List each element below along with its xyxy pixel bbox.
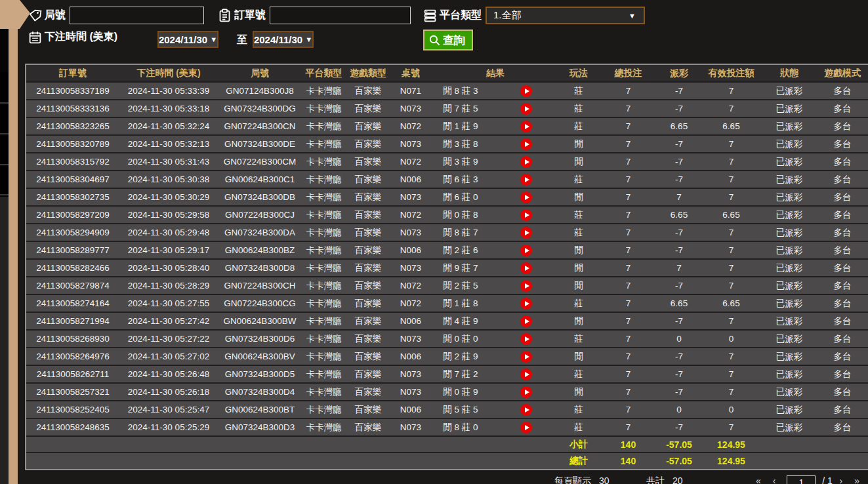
time-cell: 2024-11-30 05:33:18: [119, 100, 218, 117]
game-cell: GN07224B300CN: [218, 117, 302, 135]
payout-cell: 0: [659, 330, 699, 348]
replay-play-icon[interactable]: [520, 369, 532, 380]
replay-play-icon[interactable]: [520, 227, 532, 239]
table-cell: N073: [390, 224, 431, 241]
valid-cell: 7: [699, 188, 763, 206]
replay-play-icon[interactable]: [520, 138, 532, 150]
game_type-cell: 百家樂: [346, 82, 390, 100]
mode-cell: 多台: [816, 418, 868, 436]
replay-play-icon[interactable]: [520, 262, 532, 274]
order-no-input[interactable]: [270, 7, 411, 24]
bet-cell: 7: [598, 135, 659, 153]
platform-select[interactable]: 1.全部 ▼: [486, 7, 645, 24]
result-text: 閒 7 莊 5: [431, 103, 490, 115]
subtotal-payout: -57.05: [659, 436, 699, 453]
replay-play-icon[interactable]: [520, 315, 532, 327]
search-button[interactable]: 查詢: [423, 30, 473, 50]
replay-play-icon[interactable]: [520, 121, 532, 132]
column-header: 桌號: [390, 65, 431, 82]
game-cell: GN07224B300CJ: [218, 206, 302, 224]
play-cell: 莊: [560, 100, 598, 117]
valid-cell: 7: [699, 383, 763, 401]
replay-play-icon[interactable]: [520, 404, 532, 416]
result-text: 閒 1 莊 8: [431, 298, 490, 310]
date-from-select[interactable]: 2024/11/30 ▼: [157, 31, 218, 48]
time-cell: 2024-11-30 05:25:29: [119, 418, 218, 436]
replay-play-icon[interactable]: [520, 333, 532, 345]
order-cell: 241130058257321: [26, 383, 119, 401]
valid-cell: 7: [699, 135, 763, 153]
game_type-cell: 百家樂: [346, 277, 390, 294]
replay-play-icon[interactable]: [520, 280, 532, 292]
bet-cell: 7: [598, 224, 659, 241]
payout-cell: -7: [659, 348, 699, 365]
total-count-label: 共計: [646, 475, 665, 484]
game-no-filter: 局號: [28, 7, 204, 24]
game_type-cell: 百家樂: [346, 135, 390, 153]
rail-tile: [0, 136, 9, 165]
result-cell: 閒 1 莊 9: [431, 117, 560, 135]
payout-cell: -7: [659, 82, 699, 100]
result-cell: 閒 4 莊 9: [431, 312, 560, 330]
replay-play-icon[interactable]: [520, 245, 532, 256]
replay-play-icon[interactable]: [520, 192, 532, 203]
result-cell: 閒 7 莊 2: [431, 365, 560, 383]
replay-play-icon[interactable]: [520, 85, 532, 97]
result-cell: 閒 9 莊 7: [431, 259, 560, 277]
valid-cell: 7: [699, 365, 763, 383]
prev-page-button[interactable]: ‹: [773, 475, 776, 484]
mode-cell: 多台: [816, 312, 868, 330]
order-cell: 241130058304697: [26, 171, 119, 188]
bet-cell: 7: [598, 418, 659, 436]
next-page-button[interactable]: ›: [840, 475, 843, 484]
game-no-input[interactable]: [70, 7, 204, 24]
time-cell: 2024-11-30 05:30:29: [119, 188, 218, 206]
replay-play-icon[interactable]: [520, 351, 532, 363]
replay-play-icon[interactable]: [520, 156, 532, 168]
last-page-button[interactable]: »: [854, 475, 859, 484]
bet-cell: 7: [598, 277, 659, 294]
payout-cell: -7: [659, 153, 699, 171]
page-number-input[interactable]: 1: [787, 475, 816, 484]
replay-play-icon[interactable]: [520, 209, 532, 221]
chevron-down-icon: ▼: [210, 35, 217, 43]
replay-play-icon[interactable]: [520, 103, 532, 115]
order-cell: 241130058279874: [26, 277, 119, 294]
result-text: 閒 1 莊 9: [431, 121, 490, 132]
search-button-label: 查詢: [443, 33, 465, 48]
valid-cell: 7: [699, 418, 763, 436]
table-row: 2411300582824662024-11-30 05:28:40GN0732…: [26, 259, 868, 277]
replay-play-icon[interactable]: [520, 386, 532, 398]
table-cell: N073: [390, 330, 431, 348]
play-cell: 莊: [560, 401, 598, 418]
table-cell: N072: [390, 153, 431, 171]
search-icon: [428, 34, 441, 47]
payout-cell: 7: [659, 259, 699, 277]
table-cell: N073: [390, 135, 431, 153]
play-cell: 閒: [560, 188, 598, 206]
status-cell: 已派彩: [763, 401, 816, 418]
order-cell: 241130058248635: [26, 418, 119, 436]
table-cell: N073: [390, 418, 431, 436]
column-header: 狀態: [763, 65, 816, 82]
date-to-select[interactable]: 2024/11/30 ▼: [253, 31, 314, 48]
game-cell: GN00624B300BZ: [218, 241, 302, 259]
replay-play-icon[interactable]: [520, 298, 532, 310]
platform-cell: 卡卡灣廳: [302, 294, 346, 312]
play-cell: 閒: [560, 153, 598, 171]
platform-cell: 卡卡灣廳: [302, 348, 346, 365]
table-cell: N006: [390, 348, 431, 365]
payout-cell: 0: [659, 401, 699, 418]
bet-time-filter: 下注時間 (美東): [28, 30, 121, 44]
replay-play-icon[interactable]: [520, 174, 532, 186]
replay-play-icon[interactable]: [520, 422, 532, 434]
status-cell: 已派彩: [763, 294, 816, 312]
order-cell: 241130058262711: [26, 365, 119, 383]
result-text: 閒 6 莊 3: [431, 174, 490, 186]
play-cell: 閒: [560, 241, 598, 259]
game_type-cell: 百家樂: [346, 383, 390, 401]
table-cell: N006: [390, 241, 431, 259]
table-cell: N072: [390, 277, 431, 294]
bet-cell: 7: [598, 259, 659, 277]
first-page-button[interactable]: «: [756, 475, 761, 484]
